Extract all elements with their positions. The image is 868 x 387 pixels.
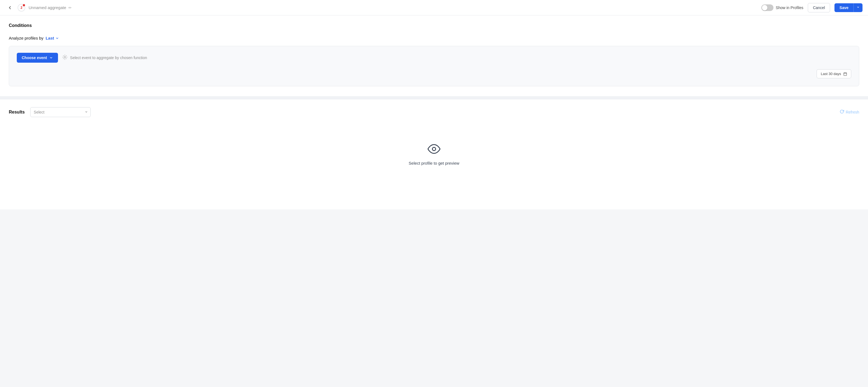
event-aggregate-icon: [62, 54, 68, 62]
save-dropdown-button[interactable]: [854, 3, 863, 12]
results-title: Results: [9, 110, 25, 115]
svg-rect-9: [844, 72, 847, 75]
svg-line-5: [63, 55, 64, 56]
save-button[interactable]: Save: [834, 3, 854, 12]
analyze-label: Analyze profiles by: [9, 36, 43, 40]
eye-icon: [427, 142, 441, 156]
event-placeholder: Select event to aggregate by chosen func…: [62, 54, 147, 62]
date-range-row: Last 30 days: [17, 69, 851, 78]
page-title-wrapper: Unnamed aggregate ✏: [29, 5, 72, 10]
empty-state-label: Select profile to get preview: [409, 161, 459, 165]
svg-point-13: [432, 147, 436, 151]
toggle-label: Show in Profiles: [776, 5, 803, 10]
toggle-wrapper: Show in Profiles: [762, 4, 803, 11]
analyze-row: Analyze profiles by Last: [9, 36, 859, 40]
svg-point-0: [64, 56, 66, 58]
tab-indicator: 2: [18, 4, 25, 11]
refresh-button[interactable]: Refresh: [840, 109, 859, 115]
results-header: Results Select: [9, 107, 859, 117]
conditions-section: Conditions Analyze profiles by Last Choo…: [0, 15, 868, 96]
event-row: Choose event: [17, 53, 851, 63]
svg-line-7: [63, 58, 64, 59]
main-content: Conditions Analyze profiles by Last Choo…: [0, 15, 868, 209]
select-wrapper: Select: [30, 107, 91, 117]
event-placeholder-text: Select event to aggregate by chosen func…: [70, 56, 147, 60]
show-in-profiles-toggle[interactable]: [762, 4, 773, 11]
results-section: Results Select: [0, 99, 868, 209]
save-button-group: Save: [834, 3, 863, 12]
results-left: Results Select: [9, 107, 91, 117]
calendar-icon: [843, 72, 847, 76]
empty-state: Select profile to get preview: [9, 126, 859, 176]
results-select[interactable]: Select: [30, 107, 91, 117]
event-panel: Choose event: [9, 46, 859, 86]
date-range-button[interactable]: Last 30 days: [816, 69, 851, 78]
header: 2 Unnamed aggregate ✏ Show in Profiles C…: [0, 0, 868, 15]
page-title: Unnamed aggregate: [29, 5, 66, 10]
svg-line-8: [66, 55, 67, 56]
svg-line-6: [66, 58, 67, 59]
header-right: Show in Profiles Cancel Save: [762, 3, 863, 12]
conditions-title: Conditions: [9, 23, 859, 28]
section-divider: [0, 96, 868, 99]
edit-icon[interactable]: ✏: [68, 5, 72, 10]
header-left: 2 Unnamed aggregate ✏: [5, 3, 762, 12]
cancel-button[interactable]: Cancel: [808, 3, 830, 12]
choose-event-button[interactable]: Choose event: [17, 53, 58, 63]
last-dropdown[interactable]: Last: [45, 36, 59, 40]
refresh-icon: [840, 109, 844, 115]
back-button[interactable]: [5, 3, 14, 12]
